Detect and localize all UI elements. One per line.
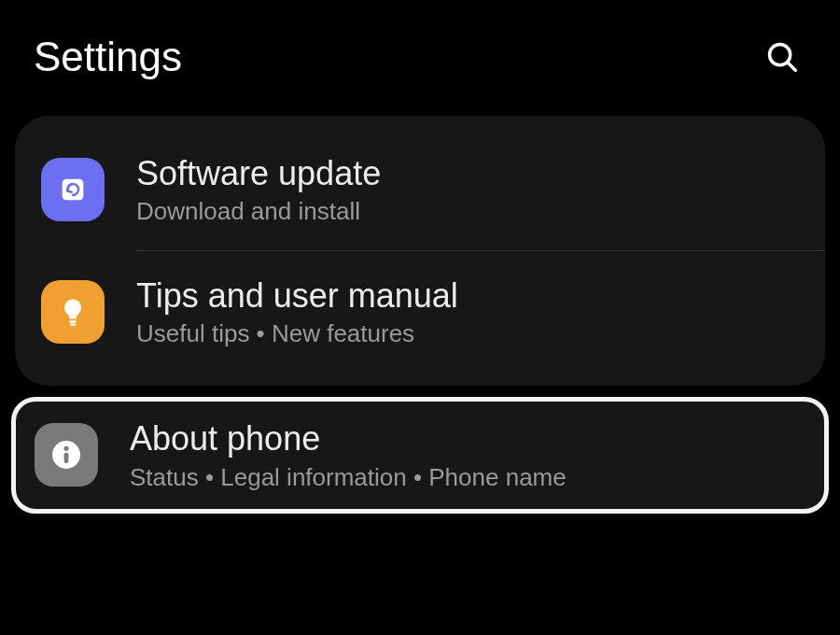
highlighted-item-frame: About phone Status • Legal information •…: [11, 397, 829, 513]
settings-header: Settings: [0, 0, 840, 108]
item-title: Tips and user manual: [136, 275, 458, 316]
item-tips-manual[interactable]: Tips and user manual Useful tips • New f…: [15, 255, 825, 369]
about-phone-icon: [35, 423, 98, 487]
search-icon: [764, 39, 800, 75]
item-text: Software update Download and install: [136, 153, 381, 226]
svg-rect-7: [64, 453, 69, 463]
page-title: Settings: [34, 34, 182, 80]
item-text: About phone Status • Legal information •…: [130, 418, 567, 491]
item-title: About phone: [130, 418, 567, 459]
item-text: Tips and user manual Useful tips • New f…: [136, 275, 458, 348]
svg-rect-3: [69, 321, 77, 323]
svg-rect-4: [70, 324, 76, 326]
settings-panel: Software update Download and install Tip…: [15, 116, 825, 386]
item-title: Software update: [136, 153, 381, 193]
item-software-update[interactable]: Software update Download and install: [15, 133, 825, 247]
svg-line-1: [788, 63, 796, 71]
svg-rect-2: [63, 179, 84, 201]
item-subtitle: Status • Legal information • Phone name: [130, 463, 567, 492]
software-update-icon: [41, 158, 105, 221]
search-button[interactable]: [762, 36, 803, 78]
divider: [136, 250, 825, 251]
item-subtitle: Download and install: [136, 197, 381, 226]
item-about-phone[interactable]: About phone Status • Legal information •…: [16, 402, 824, 508]
tips-icon: [41, 280, 105, 344]
svg-point-6: [63, 446, 68, 451]
item-subtitle: Useful tips • New features: [136, 319, 458, 348]
